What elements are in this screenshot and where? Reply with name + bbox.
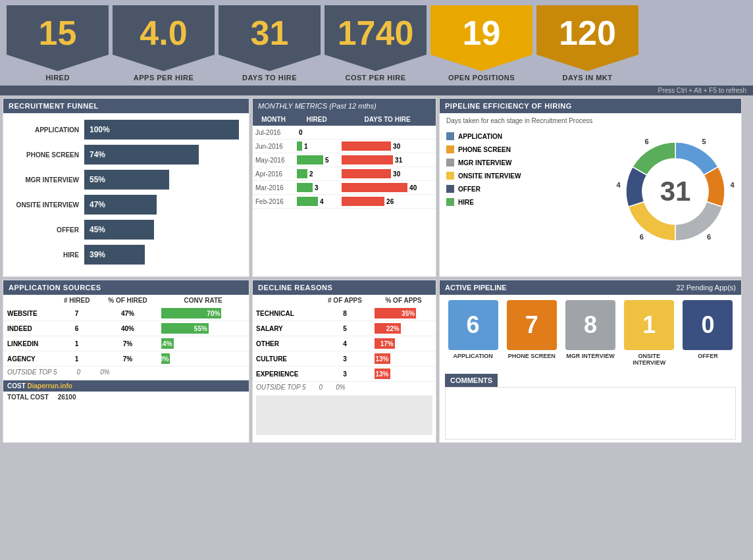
decline-reason: SALARY xyxy=(253,321,319,336)
pct-val: 22% xyxy=(386,325,400,332)
source-conv-cell: 14% xyxy=(157,336,249,351)
decline-table: # OF APPS % OF APPS TECHNICAL 8 35% SALA… xyxy=(253,295,436,382)
kpi-cost-label: COST PER HIRE xyxy=(345,71,405,86)
days-bar-container: 31 xyxy=(342,155,433,165)
monthly-days-cell: 30 xyxy=(339,140,436,153)
funnel-row: ONSITE INTERVIEW 47% xyxy=(13,195,239,215)
hired-bar xyxy=(297,169,307,178)
kpi-hired-label: HIRED xyxy=(45,71,70,86)
legend-item: HIRE xyxy=(446,198,606,206)
pipeline-box-label: OFFER xyxy=(698,353,718,359)
funnel-row: PHONE SCREEN 74% xyxy=(13,145,239,165)
hired-bar-container: 4 xyxy=(297,197,336,206)
monthly-days-cell: 26 xyxy=(339,195,436,209)
active-title: ACTIVE PIPELINE xyxy=(445,284,507,292)
funnel-bar-container: 100% xyxy=(84,120,239,140)
source-conv-cell: 70% xyxy=(157,306,249,321)
hired-bar xyxy=(297,197,318,206)
kpi-hired-badge: 15 xyxy=(7,5,109,71)
funnel-row: OFFER 45% xyxy=(13,220,239,240)
days-bar-container: 30 xyxy=(342,169,433,178)
monthly-row: Jul-2016 0 xyxy=(253,126,436,140)
decline-pct-cell: 22% xyxy=(371,321,436,336)
monthly-row: May-2016 5 31 xyxy=(253,153,436,167)
days-bar xyxy=(342,169,391,178)
sources-outside-hired: 0 xyxy=(77,369,81,376)
decline-header: DECLINE REASONS xyxy=(253,280,436,295)
legend-item: PHONE SCREEN xyxy=(446,145,606,153)
donut-label: 6 xyxy=(644,138,648,145)
monthly-days-cell: 30 xyxy=(339,167,436,181)
funnel-row-label: PHONE SCREEN xyxy=(13,151,79,159)
pipeline-subtitle: Days taken for each stage in Recruitment… xyxy=(440,113,741,126)
kpi-mkt-label: DAYS IN MKT xyxy=(563,71,613,86)
conv-bar: 14% xyxy=(161,338,173,349)
recruitment-funnel-panel: RECRUITMENT FUNNEL APPLICATION 100% PHON… xyxy=(3,98,249,277)
days-bar xyxy=(342,155,393,165)
pct-bar: 35% xyxy=(375,308,416,318)
funnel-bar-text: 100% xyxy=(90,125,110,134)
hired-val: 2 xyxy=(309,170,313,178)
hired-bar xyxy=(297,141,302,151)
days-bar-container: 40 xyxy=(342,183,433,192)
days-val: 30 xyxy=(393,170,400,178)
source-conv-cell: 55% xyxy=(157,321,249,336)
sources-col-hired: # HIRED xyxy=(56,295,98,306)
source-name: AGENCY xyxy=(3,351,56,367)
funnel-row: MGR INTERVIEW 55% xyxy=(13,170,239,190)
hired-val: 1 xyxy=(304,143,308,150)
days-bar xyxy=(342,141,391,151)
donut-segment xyxy=(675,201,722,241)
kpi-days-label: DAYS TO HIRE xyxy=(242,71,297,86)
legend-dot xyxy=(446,159,454,166)
monthly-col-days: DAYS TO HIRE xyxy=(339,113,436,126)
donut-center-value: 31 xyxy=(660,176,691,207)
pct-bar: 17% xyxy=(375,338,395,349)
legend-item: APPLICATION xyxy=(446,132,606,140)
pipeline-box: 0 OFFER xyxy=(680,300,736,366)
days-bar xyxy=(342,183,407,192)
hired-bar-container: 5 xyxy=(297,155,336,165)
hired-bar-container: 3 xyxy=(297,183,336,192)
funnel-bar-text: 74% xyxy=(90,150,105,159)
decline-reason: TECHNICAL xyxy=(253,306,319,321)
decline-pct-cell: 13% xyxy=(371,367,436,382)
funnel-bar: 47% xyxy=(84,195,157,215)
donut-label: 6 xyxy=(640,233,644,241)
sources-col-source xyxy=(3,295,56,306)
source-row: LINKEDIN 1 7% 14% xyxy=(3,336,249,351)
pct-val: 13% xyxy=(375,355,388,363)
decline-reason: OTHER xyxy=(253,336,319,351)
pipeline-box: 8 MGR INTERVIEW xyxy=(562,300,618,366)
funnel-bar: 39% xyxy=(84,245,145,265)
source-pct: 7% xyxy=(98,351,158,367)
decline-pct-cell: 17% xyxy=(371,336,436,351)
kpi-cost-per-hire: 1740 COST PER HIRE xyxy=(325,5,427,86)
decline-col-reason xyxy=(253,295,319,306)
kpi-apps-per-hire: 4.0 APPS PER HIRE xyxy=(113,5,215,86)
source-row: AGENCY 1 7% 10% xyxy=(3,351,249,367)
decline-outside-row: OUTSIDE TOP 5 0 0% xyxy=(253,382,436,393)
funnel-bar-text: 55% xyxy=(90,175,105,184)
monthly-col-hired: HIRED xyxy=(294,113,339,126)
monthly-month: Apr-2016 xyxy=(253,167,294,181)
total-cost-row: TOTAL COST 26100 xyxy=(3,392,249,403)
sources-panel: APPLICATION SOURCES # HIRED % OF HIRED C… xyxy=(3,280,249,443)
monthly-month: Mar-2016 xyxy=(253,181,294,195)
days-bar-container: 26 xyxy=(342,197,433,206)
conv-bar: 70% xyxy=(161,308,221,318)
source-row: WEBSITE 7 47% 70% xyxy=(3,306,249,321)
monthly-row: Feb-2016 4 26 xyxy=(253,195,436,209)
hired-val: 0 xyxy=(299,129,303,136)
pipeline-box-num: 1 xyxy=(624,300,674,350)
days-val: 40 xyxy=(409,184,417,191)
pipeline-header: PIPELINE EFFICIENCY OF HIRING xyxy=(440,99,741,113)
donut-label: 6 xyxy=(707,233,711,241)
decline-row: CULTURE 3 13% xyxy=(253,351,436,367)
pipeline-box-num: 7 xyxy=(507,300,557,350)
legend-item: OFFER xyxy=(446,185,606,193)
monthly-metrics-panel: MONTHLY METRICS (Past 12 mths) MONTH HIR… xyxy=(252,98,436,277)
pct-bar: 22% xyxy=(375,323,401,334)
decline-outside-pct: 0% xyxy=(336,384,345,391)
kpi-days-to-hire: 31 DAYS TO HIRE xyxy=(219,5,321,86)
